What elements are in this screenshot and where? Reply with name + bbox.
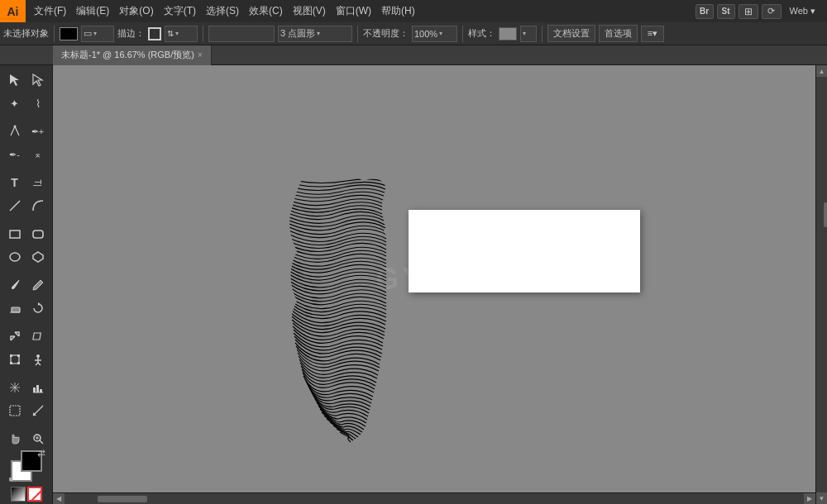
add-anchor-tool[interactable]: ✒+	[26, 120, 50, 143]
menu-effect[interactable]: 效果(C)	[244, 0, 288, 22]
puppet-tool[interactable]	[26, 348, 50, 371]
point-shape-dropdown[interactable]: 3 点圆形 ▾	[278, 26, 352, 42]
bridge-button[interactable]: Br	[696, 4, 714, 19]
stroke-label: 描边：	[117, 27, 145, 40]
tool-row-line	[0, 194, 52, 217]
gradient-mesh-tool[interactable]	[3, 376, 26, 399]
free-transform-tool[interactable]	[3, 348, 26, 371]
stroke-swatch[interactable]	[148, 27, 161, 40]
arc-tool[interactable]	[26, 194, 50, 217]
hand-tool[interactable]	[3, 427, 26, 450]
scroll-left-button[interactable]: ◀	[53, 493, 65, 505]
ellipse-tool[interactable]	[3, 245, 26, 269]
fill-indicator: ▭	[84, 28, 92, 39]
artboard-tool[interactable]	[3, 399, 26, 422]
svg-rect-22	[33, 388, 36, 392]
style-swatch[interactable]	[499, 27, 517, 40]
opacity-dropdown[interactable]: 100% ▾	[412, 26, 457, 42]
vertical-type-tool[interactable]: T|	[26, 171, 50, 194]
right-scrollbar[interactable]: ▲ ▼	[815, 65, 827, 504]
fill-swatch[interactable]	[60, 27, 78, 40]
menu-object[interactable]: 对象(O)	[114, 0, 158, 22]
none-swatch[interactable]	[27, 487, 42, 502]
stroke-color-bar[interactable]	[208, 26, 275, 42]
round-rect-tool[interactable]	[26, 222, 50, 245]
eraser-tool[interactable]	[3, 297, 26, 320]
figure	[251, 164, 433, 462]
swap-colors-button[interactable]: ⇄	[37, 447, 45, 459]
tool-row-ellipse	[0, 245, 52, 269]
tab-close-button[interactable]: ×	[198, 50, 203, 59]
doc-settings-button[interactable]: 文档设置	[547, 25, 595, 42]
svg-rect-11	[32, 333, 40, 340]
canvas-area[interactable]: GY / 网	[53, 65, 815, 492]
scroll-down-button[interactable]: ▼	[816, 492, 828, 504]
lasso-tool[interactable]: ⌇	[26, 92, 50, 115]
web-dropdown[interactable]: Web ▾	[785, 6, 820, 17]
style-label: 样式：	[468, 27, 495, 40]
menu-edit[interactable]: 编辑(E)	[71, 0, 114, 22]
tool-row-type: T T|	[0, 171, 52, 194]
svg-line-33	[29, 488, 42, 502]
separator	[54, 26, 55, 42]
svg-rect-13	[10, 354, 12, 357]
point-shape-label: 3 点圆形	[280, 27, 315, 40]
pencil-tool[interactable]	[26, 273, 50, 297]
reset-colors-button[interactable]: ■	[9, 475, 13, 483]
scroll-right-button[interactable]: ▶	[804, 493, 815, 505]
stroke-weight-dropdown[interactable]: ⇅ ▾	[165, 26, 198, 42]
scroll-thumb[interactable]	[824, 202, 828, 227]
line-tool[interactable]	[3, 194, 26, 217]
direct-select-tool[interactable]	[26, 69, 50, 92]
paintbrush-tool[interactable]	[3, 273, 26, 297]
title-right: Br St ⊞ ⟳ Web ▾	[696, 4, 827, 19]
horizontal-scroll-track[interactable]	[65, 495, 804, 503]
more-icon: ≡▾	[648, 28, 657, 39]
preferences-button[interactable]: 首选项	[599, 25, 638, 42]
artboard	[409, 210, 640, 292]
shear-tool[interactable]	[26, 325, 50, 348]
magic-wand-tool[interactable]: ✦	[3, 92, 26, 115]
scroll-up-button[interactable]: ▲	[816, 65, 828, 77]
tab-label: 未标题-1* @ 16.67% (RGB/预览)	[61, 49, 194, 61]
rotate-tool[interactable]	[26, 297, 50, 320]
menu-bar: 文件(F) 编辑(E) 对象(O) 文字(T) 选择(S) 效果(C) 视图(V…	[26, 0, 696, 22]
grid-icon: ⊞	[744, 6, 753, 17]
control-bar: 未选择对象 ▭ ▾ 描边： ⇅ ▾ 3 点圆形 ▾ 不透明度： 100% ▾ 样…	[0, 22, 827, 45]
svg-rect-15	[10, 362, 12, 364]
chart-tool[interactable]	[26, 376, 50, 399]
menu-help[interactable]: 帮助(H)	[376, 0, 420, 22]
delete-anchor-tool[interactable]: ✒-	[3, 143, 26, 166]
style-dropdown[interactable]: ▾	[520, 26, 537, 42]
polygon-tool[interactable]	[26, 245, 50, 269]
scale-tool[interactable]	[3, 325, 26, 348]
document-tab[interactable]: 未标题-1* @ 16.67% (RGB/预览) ×	[53, 45, 212, 65]
more-button[interactable]: ≡▾	[641, 26, 664, 42]
tool-row-eraser	[0, 297, 52, 320]
menu-file[interactable]: 文件(F)	[29, 0, 71, 22]
sync-button[interactable]: ⟳	[762, 4, 782, 19]
style-caret: ▾	[523, 30, 526, 37]
extra-swatches	[11, 487, 42, 502]
gradient-swatch[interactable]	[11, 487, 26, 502]
svg-line-21	[38, 363, 41, 365]
fill-dropdown[interactable]: ▭ ▾	[81, 26, 114, 42]
svg-rect-8	[12, 307, 20, 312]
menu-select[interactable]: 选择(S)	[201, 0, 244, 22]
grid-button[interactable]: ⊞	[739, 4, 758, 19]
convert-anchor-tool[interactable]: ⌅	[26, 143, 50, 166]
menu-window[interactable]: 窗口(W)	[331, 0, 376, 22]
horizontal-scroll-thumb[interactable]	[98, 496, 147, 502]
menu-text[interactable]: 文字(T)	[159, 0, 201, 22]
rect-tool[interactable]	[3, 222, 26, 245]
horizontal-scrollbar[interactable]: ◀ ▶	[53, 492, 815, 504]
select-tool[interactable]	[3, 69, 26, 92]
color-squares: ⇄ ■	[11, 450, 42, 482]
slice-tool[interactable]	[26, 399, 50, 422]
pen-tool[interactable]	[3, 120, 26, 143]
title-bar: Ai 文件(F) 编辑(E) 对象(O) 文字(T) 选择(S) 效果(C) 视…	[0, 0, 827, 22]
type-tool[interactable]: T	[3, 171, 26, 194]
menu-view[interactable]: 视图(V)	[288, 0, 331, 22]
stock-button[interactable]: St	[717, 4, 735, 19]
tool-row-rect	[0, 222, 52, 245]
